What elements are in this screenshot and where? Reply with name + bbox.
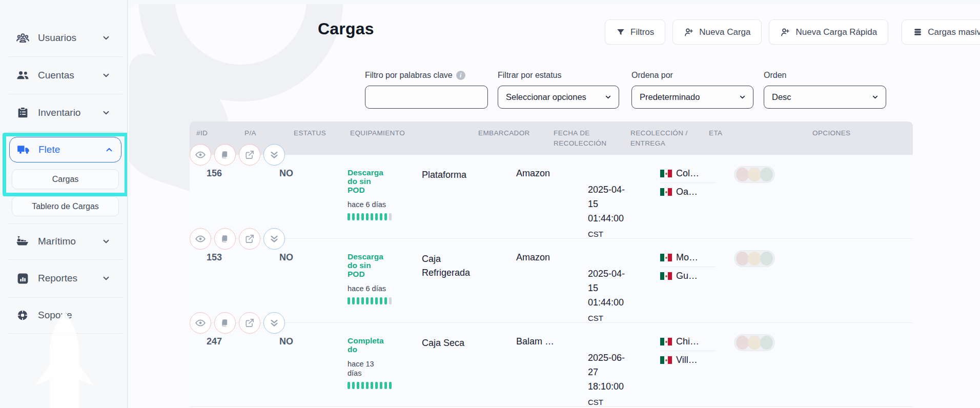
clipboard-icon — [15, 106, 30, 120]
sidebar-item-label: Marítimo — [38, 236, 76, 247]
row-options — [190, 228, 913, 250]
progress-tick — [348, 213, 350, 220]
open-external-button[interactable] — [239, 144, 260, 166]
expand-row-button[interactable] — [263, 144, 285, 166]
open-external-button[interactable] — [239, 312, 260, 334]
cargas-masivas-button[interactable]: Cargas masivas — [902, 19, 980, 45]
stop-divider — [660, 351, 716, 351]
select-value: Predeterminado — [640, 92, 700, 102]
pickup-datetime: 2025-06- 27 18:10:00 CST — [588, 336, 635, 408]
expand-row-button[interactable] — [263, 228, 285, 250]
progress-tick — [375, 213, 378, 220]
sidebar-item-reportes[interactable]: Reportes — [0, 263, 127, 293]
progress-tick — [371, 213, 373, 220]
status-progress — [348, 297, 396, 304]
stop-label: Vill… — [676, 355, 698, 365]
nueva-carga-rapida-button[interactable]: Nueva Carga Rápida — [769, 19, 888, 45]
pickup-stop: Chi… — [660, 336, 716, 347]
copy-icon — [220, 150, 230, 160]
copy-icon — [220, 318, 230, 328]
sidebar-item-usuarios[interactable]: Usuarios — [0, 23, 127, 53]
sidebar-item-label: Flete — [38, 144, 60, 155]
progress-tick — [375, 382, 378, 389]
sidebar-item-label: Usuarios — [38, 32, 76, 44]
delivery-stop: Oa… — [660, 187, 716, 197]
view-button[interactable] — [190, 228, 211, 250]
nueva-carga-button[interactable]: Nueva Carga — [672, 19, 762, 45]
column-header-pa: P/A — [244, 128, 256, 138]
label-text: Ordena por — [631, 71, 673, 80]
button-label: Filtros — [630, 27, 654, 37]
progress-tick — [357, 382, 359, 389]
eta-dot-red — [736, 252, 749, 266]
keyword-filter-input[interactable] — [365, 86, 488, 109]
order-by-select[interactable]: Predeterminado — [631, 86, 753, 109]
sidebar-item-cuentas[interactable]: Cuentas — [0, 60, 127, 90]
order-select[interactable]: Desc — [764, 86, 886, 109]
table-row: 153 NO Descarga do sin POD hace 6 días C… — [190, 239, 913, 323]
stop-label: Oa… — [676, 187, 698, 197]
users-group-icon — [15, 31, 30, 45]
progress-tick — [366, 382, 369, 389]
label-text: Orden — [764, 71, 786, 80]
pa-value: NO — [279, 168, 293, 179]
eta-dot-red — [736, 336, 749, 350]
progress-tick — [361, 213, 364, 220]
filter-icon — [616, 28, 625, 37]
equipment-value: Caja Seca — [422, 336, 480, 350]
mexico-flag-icon — [660, 338, 672, 345]
progress-tick — [371, 297, 373, 304]
users-icon — [15, 68, 30, 83]
filtros-button[interactable]: Filtros — [605, 19, 665, 45]
sidebar-item-inventario[interactable]: Inventario — [0, 98, 127, 128]
sidebar-divider — [9, 259, 122, 260]
sidebar-divider — [9, 94, 122, 94]
stops-cell: Mo… Gu… — [660, 252, 716, 281]
status-progress — [348, 213, 396, 220]
duplicate-button[interactable] — [214, 228, 236, 250]
label-text: Filtro por palabras clave — [365, 71, 453, 80]
expand-row-button[interactable] — [263, 312, 285, 334]
sidebar: Usuarios Cuentas Inventario — [0, 0, 128, 408]
equipment-value: Plataforma — [422, 168, 480, 182]
status-age: hace 13 días — [348, 359, 396, 378]
mexico-flag-icon — [660, 254, 672, 261]
stop-label: Mo… — [676, 252, 698, 263]
open-external-button[interactable] — [239, 228, 260, 250]
pickup-date: 2025-06- 27 18:10:00 — [588, 353, 625, 392]
load-id: 156 — [207, 168, 222, 179]
external-link-icon — [244, 234, 255, 244]
delivery-stop: Gu… — [660, 271, 716, 281]
button-label: Nueva Carga Rápida — [795, 27, 877, 37]
view-button[interactable] — [190, 312, 211, 334]
progress-tick — [361, 382, 364, 389]
sidebar-item-flete[interactable]: Flete — [9, 137, 121, 162]
row-options — [190, 144, 913, 166]
table-row: 156 NO Descarga do sin POD hace 6 días P… — [190, 155, 913, 239]
sidebar-subitem-cargas[interactable]: Cargas — [12, 169, 119, 189]
view-button[interactable] — [190, 144, 211, 166]
shipper-value: Amazon — [516, 168, 578, 179]
delivery-stop: Vill… — [660, 355, 716, 365]
progress-tick — [389, 213, 392, 220]
sidebar-item-maritimo[interactable]: Marítimo — [0, 227, 127, 256]
info-icon[interactable]: i — [456, 71, 465, 80]
eye-icon — [195, 317, 206, 329]
column-header-embarcador: EMBARCADOR — [478, 128, 530, 138]
eta-dot-green — [760, 168, 773, 181]
eta-cell — [734, 250, 775, 267]
sidebar-item-label: Cuentas — [38, 70, 74, 81]
status-filter-select[interactable]: Seleccionar opciones — [498, 86, 619, 109]
status-label: Descarga do sin POD — [348, 252, 396, 278]
status-cell: Descarga do sin POD hace 6 días — [348, 252, 396, 304]
sidebar-subitem-tablero-de-cargas[interactable]: Tablero de Cargas — [12, 196, 119, 216]
chevron-down-icon — [101, 71, 111, 80]
stack-icon — [913, 27, 923, 37]
user-plus-icon — [780, 27, 790, 37]
duplicate-button[interactable] — [214, 312, 236, 334]
select-value: Desc — [772, 92, 791, 102]
chevron-up-icon — [105, 145, 114, 154]
duplicate-button[interactable] — [214, 144, 236, 166]
status-cell: Completa do hace 13 días — [348, 336, 396, 389]
column-header-id: #ID — [196, 128, 208, 138]
